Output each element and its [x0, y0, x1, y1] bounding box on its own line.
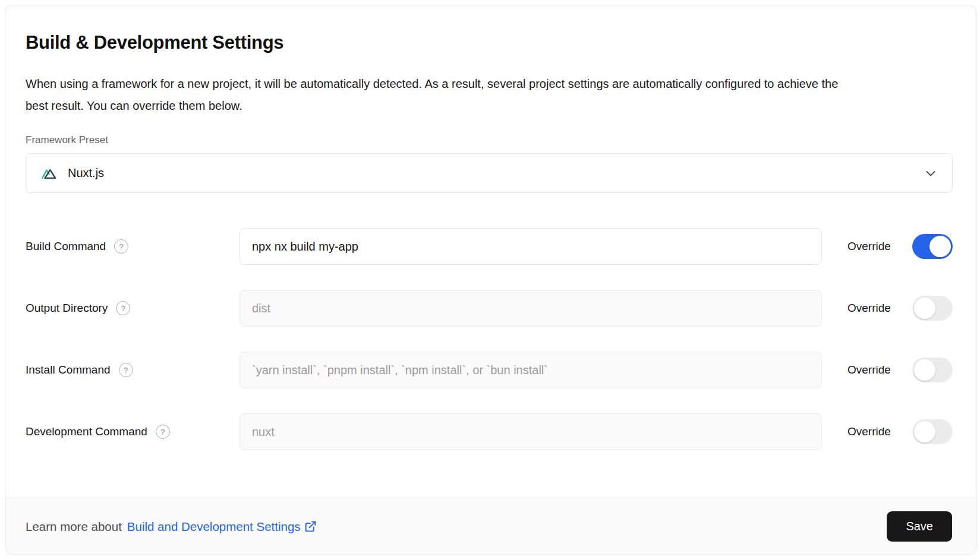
learn-more-link-text: Build and Development Settings: [127, 520, 301, 534]
development-command-label-text: Development Command: [26, 425, 147, 438]
output-directory-row: Output Directory ? Override: [26, 290, 953, 327]
override-label: Override: [847, 302, 900, 315]
page: Build & Development Settings When using …: [0, 0, 980, 560]
output-directory-override-toggle[interactable]: [912, 296, 953, 321]
override-label: Override: [847, 363, 900, 377]
toggle-knob: [914, 421, 935, 442]
framework-preset-select[interactable]: Nuxt.js: [26, 153, 953, 193]
toggle-knob: [914, 298, 935, 319]
install-command-label: Install Command ?: [26, 363, 240, 377]
card-description: When using a framework for a new project…: [26, 73, 864, 117]
help-icon[interactable]: ?: [116, 301, 130, 315]
save-button[interactable]: Save: [887, 511, 952, 542]
build-command-override-toggle[interactable]: [912, 234, 953, 259]
install-command-label-text: Install Command: [26, 363, 111, 377]
toggle-knob: [914, 359, 935, 381]
install-command-row: Install Command ? Override: [26, 352, 953, 388]
output-directory-input: [240, 290, 822, 327]
help-icon[interactable]: ?: [114, 239, 128, 254]
help-icon[interactable]: ?: [119, 363, 133, 377]
development-command-row: Development Command ? Override: [26, 413, 953, 450]
build-command-input[interactable]: [240, 228, 822, 265]
override-label: Override: [847, 425, 900, 438]
toggle-knob: [929, 236, 951, 257]
build-settings-card: Build & Development Settings When using …: [5, 5, 976, 555]
development-command-input: [240, 413, 822, 450]
build-command-label-text: Build Command: [26, 240, 106, 253]
nuxt-logo-icon: [41, 167, 59, 180]
card-main: Build & Development Settings When using …: [5, 5, 976, 498]
card-footer: Learn more about Build and Development S…: [5, 498, 976, 555]
output-directory-label: Output Directory ?: [26, 301, 240, 315]
learn-more-prefix: Learn more about: [26, 520, 122, 534]
external-link-icon: [304, 520, 317, 533]
build-command-label: Build Command ?: [26, 239, 240, 254]
development-command-label: Development Command ?: [26, 425, 240, 439]
output-directory-label-text: Output Directory: [26, 302, 108, 315]
help-icon[interactable]: ?: [156, 425, 170, 439]
framework-selected-value: Nuxt.js: [68, 166, 104, 180]
install-command-override-toggle[interactable]: [912, 357, 953, 382]
learn-more-link[interactable]: Build and Development Settings: [127, 520, 317, 534]
development-command-override-toggle[interactable]: [912, 419, 953, 444]
override-label: Override: [847, 240, 900, 253]
install-command-input: [240, 352, 822, 388]
learn-more: Learn more about Build and Development S…: [26, 520, 317, 534]
build-command-row: Build Command ? Override: [26, 228, 953, 265]
framework-selected-option: Nuxt.js: [41, 166, 104, 180]
page-title: Build & Development Settings: [26, 32, 953, 53]
settings-rows: Build Command ? Override Output Director…: [26, 228, 953, 450]
framework-preset-label: Framework Preset: [26, 134, 953, 146]
chevron-down-icon: [924, 166, 938, 181]
